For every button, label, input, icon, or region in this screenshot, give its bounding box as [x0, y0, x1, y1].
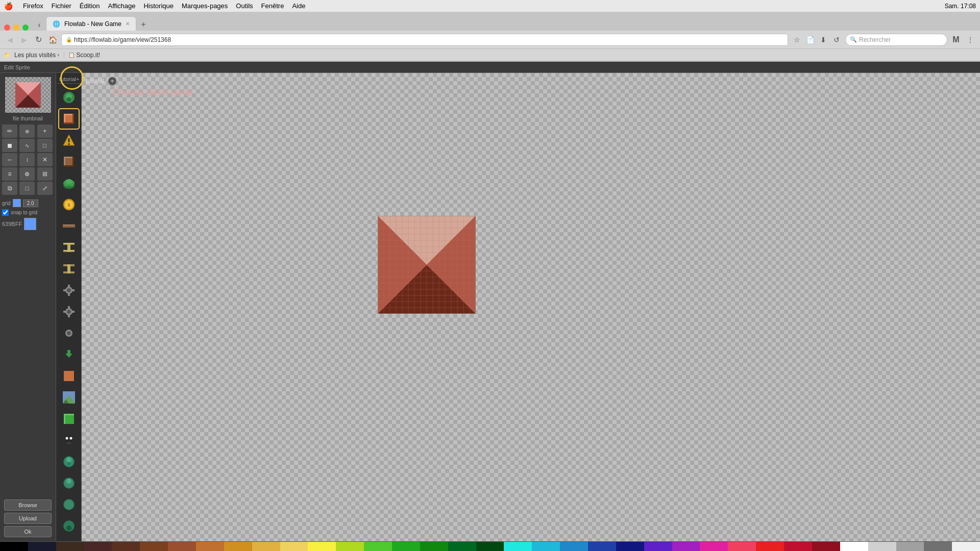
reader-mode-icon[interactable]: 📄	[804, 34, 816, 45]
eraser-tool[interactable]: □	[37, 139, 53, 152]
menu-aide[interactable]: Aide	[292, 2, 305, 10]
sprite-item-coin[interactable]: $	[59, 195, 79, 214]
snap-to-grid-checkbox[interactable]	[2, 209, 9, 216]
sprite-item-gear3[interactable]	[59, 323, 79, 343]
palette-color-green1[interactable]	[364, 542, 392, 552]
nav-reload-button[interactable]: ↻	[33, 34, 44, 45]
menu-marques-pages[interactable]: Marques-pages	[182, 2, 228, 10]
sprite-item-brown-block[interactable]	[59, 152, 79, 171]
sprite-item-orange-block[interactable]	[59, 109, 79, 129]
sprite-item-circle2[interactable]	[59, 473, 79, 493]
refresh-icon[interactable]: ↺	[831, 34, 842, 45]
palette-color-pink2[interactable]	[728, 542, 756, 552]
pixel-art-canvas[interactable]	[378, 216, 476, 314]
upload-button[interactable]: Upload	[4, 513, 52, 524]
list-tool[interactable]: ≡	[2, 167, 17, 181]
sprite-item-landscape[interactable]	[59, 388, 79, 407]
sprite-item-green-square[interactable]	[59, 409, 79, 429]
palette-color-white[interactable]	[840, 542, 868, 552]
zoom-tool[interactable]: ⊕	[19, 167, 35, 181]
sprite-item-gear2[interactable]	[59, 302, 79, 321]
brush-tool[interactable]: ∿	[19, 139, 35, 152]
palette-color-brown3[interactable]	[168, 542, 196, 552]
maximize-window-button[interactable]	[22, 24, 29, 31]
delete-tool[interactable]: ✕	[37, 153, 53, 166]
bookmark-scoop[interactable]: 📋 Scoop.it!	[68, 52, 100, 59]
sprite-item-circle1[interactable]	[59, 452, 79, 471]
palette-color-darkgray[interactable]	[924, 542, 952, 552]
sprite-item-circle4[interactable]	[59, 516, 79, 536]
palette-color-blue2[interactable]	[588, 542, 616, 552]
sprite-item-plank[interactable]	[59, 216, 79, 236]
sprite-item-box2[interactable]	[59, 366, 79, 386]
download-icon[interactable]: ⬇	[818, 34, 829, 45]
palette-color-black[interactable]	[0, 542, 28, 552]
menu-button[interactable]: M	[950, 34, 962, 45]
grid-value-input[interactable]	[23, 199, 38, 207]
browse-button[interactable]: Browse	[4, 499, 52, 511]
bucket-tool[interactable]: ◼	[2, 139, 17, 152]
flip-v-tool[interactable]: ↕	[19, 153, 35, 166]
menu-firefox[interactable]: Firefox	[23, 2, 43, 10]
palette-color-darkgreen2[interactable]	[476, 542, 504, 552]
copy-tool[interactable]: ⧉	[2, 182, 17, 195]
palette-color-purple1[interactable]	[644, 542, 672, 552]
menu-historique[interactable]: Historique	[143, 2, 174, 10]
palette-color-lightgray[interactable]	[868, 542, 896, 552]
palette-color-orange1[interactable]	[196, 542, 224, 552]
tutorial-add-button[interactable]: +	[108, 77, 116, 85]
palette-color-cyan2[interactable]	[532, 542, 560, 552]
menu-fenetre[interactable]: Fenêtre	[261, 2, 284, 10]
sprite-item-arrow-down[interactable]	[59, 345, 79, 364]
overflow-menu-icon[interactable]: ⋮	[965, 34, 976, 45]
apple-menu[interactable]: 🍎	[4, 2, 13, 10]
nav-forward-button[interactable]: ▶	[18, 34, 30, 45]
palette-color-blue1[interactable]	[560, 542, 588, 552]
menu-edition[interactable]: Édition	[80, 2, 100, 10]
grid-color-box[interactable]	[13, 199, 21, 207]
palette-color-gold2[interactable]	[252, 542, 280, 552]
palette-color-green2[interactable]	[392, 542, 420, 552]
stamp-tool[interactable]: □	[19, 182, 35, 195]
new-tab-button[interactable]: +	[137, 18, 150, 31]
sprite-item-hbeam2[interactable]	[59, 259, 79, 279]
flip-h-tool[interactable]: ↔	[2, 153, 17, 166]
palette-color-darkred2[interactable]	[812, 542, 840, 552]
palette-color-brown2[interactable]	[140, 542, 168, 552]
palette-color-pink1[interactable]	[700, 542, 728, 552]
palette-color-darkbrown[interactable]	[56, 542, 84, 552]
back-button[interactable]: ‹	[34, 19, 45, 31]
canvas-area[interactable]: tutorial + Choose block sprite	[82, 73, 980, 541]
tab-close-button[interactable]: ✕	[126, 21, 130, 27]
sprite-item-bush[interactable]	[59, 173, 79, 193]
palette-color-lime[interactable]	[336, 542, 364, 552]
bookmark-most-visited[interactable]: Les plus visités ▾	[14, 52, 60, 59]
palette-color-nearwhite[interactable]	[952, 542, 980, 552]
ok-button[interactable]: Ok	[4, 526, 52, 537]
minimize-window-button[interactable]	[13, 24, 19, 31]
sprite-item-circle3[interactable]	[59, 495, 79, 514]
add-tool[interactable]: +	[37, 124, 53, 138]
eyedropper-tool[interactable]: ⊕	[19, 124, 35, 138]
search-bar[interactable]: 🔍 Rechercher	[845, 34, 947, 46]
nav-back-button[interactable]: ◀	[4, 34, 15, 45]
palette-color-darkgreen1[interactable]	[448, 542, 476, 552]
palette-color-red1[interactable]	[756, 542, 784, 552]
palette-color-green3[interactable]	[420, 542, 448, 552]
pencil-tool[interactable]: ✏	[2, 124, 17, 138]
palette-color-yellow2[interactable]	[308, 542, 336, 552]
menu-outils[interactable]: Outils	[236, 2, 253, 10]
palette-color-gold1[interactable]	[224, 542, 252, 552]
palette-color-red2[interactable]	[784, 542, 812, 552]
palette-color-darkblue[interactable]	[616, 542, 644, 552]
sprite-item-gear1[interactable]	[59, 281, 79, 300]
palette-color-brown1[interactable]	[112, 542, 140, 552]
palette-color-purple2[interactable]	[672, 542, 700, 552]
menu-fichier[interactable]: Fichier	[52, 2, 71, 10]
palette-color-gray[interactable]	[896, 542, 924, 552]
sprite-item-green-circle[interactable]	[59, 88, 79, 107]
palette-color-darknavy[interactable]	[28, 542, 56, 552]
move-tool[interactable]: ⤢	[37, 182, 53, 195]
sprite-item-hbeam1[interactable]	[59, 238, 79, 257]
palette-color-yellow1[interactable]	[280, 542, 308, 552]
